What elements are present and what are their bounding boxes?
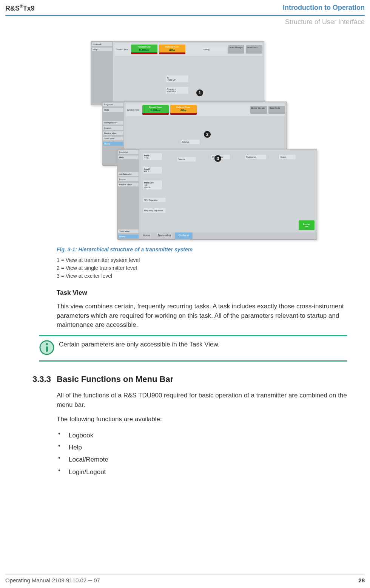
sidebar-3: Logbook Help configuration Logout Device… (117, 149, 139, 239)
program-node: Program 1= 642 MHz (166, 87, 188, 94)
sidebar-item-deviceview-3[interactable]: Device View (118, 183, 139, 186)
sidebar-item-deviceview-2[interactable]: Device View (103, 131, 123, 135)
figure-caption: Fig. 3-1: Hierarchical structure of a tr… (57, 246, 347, 252)
forward-power-gauge: Forward Power 5.00kW (131, 45, 157, 54)
reset-faults-button[interactable]: Reset Faults (246, 45, 262, 54)
svg-rect-2 (46, 346, 48, 352)
sidebar-item-logbook-2[interactable]: Logbook (103, 103, 123, 106)
callout-2: 2 (204, 131, 211, 138)
figure-legend: 1 = View at transmitter system level 2 =… (57, 256, 347, 280)
list-item: Logbook (58, 429, 347, 442)
device-manager-button[interactable]: Device Manager (228, 45, 244, 54)
legend-row: 2 = View at single transmitter level (57, 264, 347, 272)
cooling-box: Cooling (202, 47, 226, 52)
sidebar-item-logbook[interactable]: Logbook (92, 42, 112, 46)
sidebar-item-help[interactable]: Help (92, 48, 112, 51)
sidebar-item-logout-2[interactable]: Logout (103, 126, 123, 130)
input1-node: Input 1• TS 1 (143, 153, 162, 160)
sidebar-item-config-2[interactable]: configuration (103, 121, 123, 125)
bottom-home-3[interactable]: Home (139, 232, 154, 239)
sidebar-item-config-3[interactable]: configuration (118, 172, 139, 176)
legend-row: 3 = View at exciter level (57, 272, 347, 280)
ref-unit: W (173, 49, 175, 51)
list-item: Local/Remote (58, 454, 347, 466)
exciter-on-indicator: Exciter ON (299, 220, 314, 230)
fwd-unit: kW (146, 49, 149, 51)
spacer: Cooling (187, 47, 226, 52)
bottom-tx-3[interactable]: Transmitter (154, 232, 175, 239)
section-number: 3.3.3 (32, 374, 50, 384)
output-node: Output (279, 155, 296, 159)
reset-faults-button-2[interactable]: Reset Faults (268, 106, 285, 114)
info-note: Certain parameters are only accessible i… (39, 335, 347, 362)
callout-1: 1 (196, 89, 203, 96)
input2-node: Input 2• IP 2 (143, 167, 162, 174)
product-name: R&S®Tx9 (5, 4, 35, 12)
sidebar-item-help-2[interactable]: Help (103, 108, 123, 112)
product-reg: ® (20, 4, 23, 9)
predist-node: Predistorter (245, 155, 266, 159)
section-para2: The following functions are available: (57, 415, 347, 424)
selector-node: Selector (181, 140, 200, 144)
figure-3-1: Logbook Help Location: here Forward Powe… (87, 41, 317, 241)
legend-row: 1 = View at transmitter system level (57, 256, 347, 264)
sidebar-item-home-3[interactable]: Home (118, 235, 139, 239)
location-label-2: Location: here (127, 109, 139, 111)
sidebar-1: Logbook Help (91, 42, 113, 105)
sidebar-item-taskview-2[interactable]: Task View (103, 137, 123, 140)
topbar-2: Location: here Forward Power 5.00kW Refl… (126, 103, 285, 116)
product-prefix: R&S (5, 5, 20, 12)
page-number: 28 (358, 577, 365, 583)
inputauto-node: Input Auto• On• Active (143, 180, 162, 189)
task-view-heading: Task View (57, 289, 347, 297)
callout-3: 3 (214, 155, 221, 162)
ref-value: 40 (169, 48, 173, 52)
sidebar-item-logbook-3[interactable]: Logbook (118, 150, 139, 154)
reflected-power-gauge-2: Reflected Power 40W (170, 105, 197, 115)
bullet-list: Logbook Help Local/Remote Login/Logout (58, 429, 347, 478)
note-bottom-rule (39, 360, 347, 362)
sidebar-item-help-3[interactable]: Help (118, 155, 139, 159)
device-manager-button-2[interactable]: Device Manager (250, 106, 267, 114)
footer-rule (5, 574, 365, 574)
reflected-power-gauge: Reflected Power 40W (159, 45, 185, 54)
page-footer: Operating Manual 2109.9110.02 ─ 07 28 (5, 577, 365, 583)
svg-point-1 (46, 343, 48, 345)
note-text: Certain parameters are only accessible i… (59, 340, 220, 349)
header-subhead: Structure of User Interface (0, 16, 370, 26)
task-view-para: This view combines certain, frequently r… (57, 302, 347, 330)
fwd-value: 5.00 (139, 48, 146, 52)
forward-power-gauge-2: Forward Power 5.00kW (142, 105, 169, 115)
sfn-node: SFN Regulation (143, 198, 166, 202)
sidebar-item-home-2[interactable]: Home (103, 142, 123, 146)
main-content: Logbook Help Location: here Forward Powe… (57, 41, 347, 478)
selector-node-3: Selector (177, 157, 196, 162)
footer-left: Operating Manual 2109.9110.02 ─ 07 (5, 577, 100, 583)
chapter-title: Introduction to Operation (283, 4, 365, 12)
sidebar-item-taskview-3[interactable]: Task View (118, 229, 139, 233)
list-item: Login/Logout (58, 466, 347, 478)
section-para1: All of the functions of a R&S TDU900 req… (57, 391, 347, 409)
ui-pane-exciter: Logbook Help configuration Logout Device… (117, 149, 317, 240)
freqreg-node: Frequency Regulation (143, 208, 166, 213)
info-icon (39, 340, 54, 357)
bottom-ex-3[interactable]: Exciter A (175, 232, 193, 239)
ui-pane-system: Logbook Help Location: here Forward Powe… (91, 41, 264, 105)
sidebar-item-logout-3[interactable]: Logout (118, 177, 139, 181)
product-suffix: Tx9 (23, 5, 35, 12)
section-heading: 3.3.3 Basic Functions on Menu Bar (32, 374, 347, 384)
list-item: Help (58, 442, 347, 454)
bottombar-3: Home Transmitter Exciter A (139, 232, 317, 239)
topbar-1: Location: here Forward Power 5.00kW Refl… (114, 43, 262, 56)
section-title: Basic Functions on Menu Bar (57, 374, 173, 384)
tx-node: Tx= 5.06 kW (166, 75, 188, 82)
location-label: Location: here (116, 48, 128, 51)
page-header: R&S®Tx9 Introduction to Operation (0, 0, 370, 14)
